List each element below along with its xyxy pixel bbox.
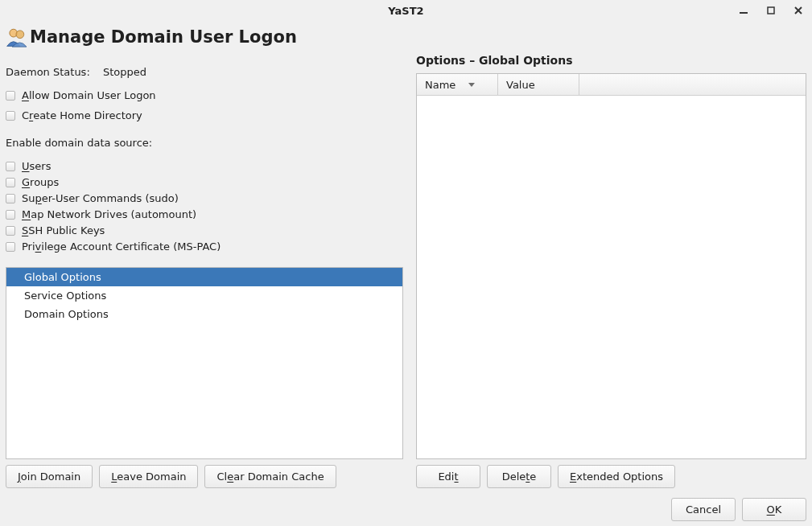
window-minimize-button[interactable] — [738, 5, 749, 16]
pac-input[interactable] — [6, 242, 15, 252]
column-value-header[interactable]: Value — [498, 74, 579, 95]
sudo-label: Super-User Commands (sudo) — [22, 192, 179, 204]
ssh-input[interactable] — [6, 226, 15, 236]
window-controls — [738, 0, 804, 21]
option-item[interactable]: Domain Options — [6, 305, 402, 323]
automount-checkbox[interactable]: Map Network Drives (automount) — [6, 208, 403, 220]
window-close-button[interactable] — [793, 5, 804, 16]
groups-label: Groups — [22, 176, 59, 188]
option-item[interactable]: Global Options — [6, 268, 402, 286]
allow-domain-user-logon-checkbox[interactable]: Allow Domain User Logon — [6, 89, 403, 101]
page-header: Manage Domain User Logon — [6, 27, 806, 47]
maximize-icon — [767, 6, 775, 14]
pac-checkbox[interactable]: Privilege Account Certificate (MS-PAC) — [6, 240, 403, 253]
leave-domain-button[interactable]: Leave Domain — [99, 465, 198, 488]
enable-domain-data-source-label: Enable domain data source: — [6, 137, 403, 149]
options-table-header: Name Value — [417, 74, 806, 96]
delete-button[interactable]: Delete — [487, 465, 551, 488]
edit-button[interactable]: Edit — [416, 465, 480, 488]
automount-input[interactable] — [6, 210, 15, 220]
users-checkbox[interactable]: Users — [6, 160, 403, 172]
svg-rect-1 — [768, 7, 774, 14]
groups-input[interactable] — [6, 178, 15, 187]
users-icon — [6, 27, 27, 47]
options-table: Name Value — [416, 73, 806, 459]
column-name-label: Name — [425, 79, 455, 91]
option-item[interactable]: Service Options — [6, 286, 402, 305]
pac-label: Privilege Account Certificate (MS-PAC) — [22, 240, 221, 253]
cancel-button[interactable]: Cancel — [671, 498, 736, 521]
column-filler — [579, 74, 806, 95]
create-home-directory-label: Create Home Directory — [22, 109, 142, 121]
column-name-header[interactable]: Name — [417, 74, 498, 95]
close-icon — [794, 6, 802, 14]
sudo-input[interactable] — [6, 194, 15, 203]
minimize-icon — [740, 6, 748, 14]
window-title: YaST2 — [388, 5, 423, 17]
groups-checkbox[interactable]: Groups — [6, 176, 403, 188]
extended-options-button[interactable]: Extended Options — [558, 465, 675, 488]
daemon-status-label: Daemon Status: — [6, 66, 90, 78]
sort-desc-icon — [468, 83, 475, 87]
options-list[interactable]: Global OptionsService OptionsDomain Opti… — [6, 267, 403, 459]
ok-button[interactable]: OK — [742, 498, 806, 521]
window-maximize-button[interactable] — [765, 5, 777, 16]
create-home-directory-checkbox[interactable]: Create Home Directory — [6, 109, 403, 121]
sudo-checkbox[interactable]: Super-User Commands (sudo) — [6, 192, 403, 204]
allow-domain-user-logon-input[interactable] — [6, 91, 15, 101]
create-home-directory-input[interactable] — [6, 111, 15, 121]
ssh-checkbox[interactable]: SSH Public Keys — [6, 224, 403, 236]
automount-label: Map Network Drives (automount) — [22, 208, 196, 220]
daemon-status-line: Daemon Status: Stopped — [6, 66, 403, 78]
options-panel-heading: Options – Global Options — [416, 54, 806, 67]
page-title: Manage Domain User Logon — [30, 27, 297, 47]
window-titlebar: YaST2 — [0, 0, 812, 22]
column-value-label: Value — [506, 79, 535, 91]
ssh-label: SSH Public Keys — [22, 224, 105, 236]
join-domain-button[interactable]: Join Domain — [6, 465, 93, 488]
options-table-body — [417, 96, 806, 458]
allow-domain-user-logon-label: Allow Domain User Logon — [22, 89, 156, 101]
users-label: Users — [22, 160, 51, 172]
svg-point-5 — [16, 31, 24, 39]
daemon-status-value: Stopped — [103, 66, 146, 78]
clear-domain-cache-button[interactable]: Clear Domain Cache — [204, 465, 336, 488]
users-input[interactable] — [6, 162, 15, 171]
